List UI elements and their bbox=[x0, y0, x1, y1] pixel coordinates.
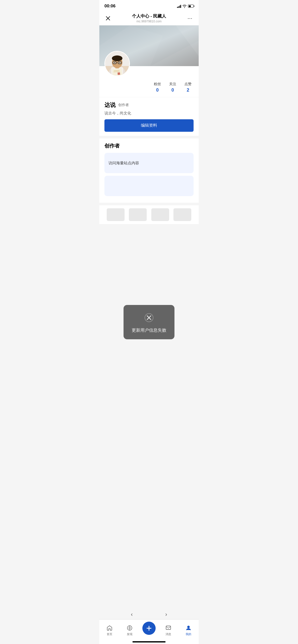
thumb-item-3 bbox=[151, 208, 169, 221]
close-button[interactable] bbox=[103, 14, 113, 23]
fans-label: 粉丝 bbox=[154, 82, 161, 86]
avatar bbox=[104, 51, 130, 76]
edit-profile-button[interactable]: 编辑资料 bbox=[104, 119, 194, 132]
fans-value: 0 bbox=[154, 87, 161, 93]
bottom-spacer bbox=[99, 224, 199, 270]
status-time: 00:06 bbox=[104, 4, 115, 9]
likes-value: 2 bbox=[184, 87, 192, 93]
thumb-item-2 bbox=[129, 208, 147, 221]
svg-point-12 bbox=[112, 55, 122, 61]
signal-icon bbox=[177, 5, 181, 8]
avatar-wrapper bbox=[104, 51, 130, 76]
profile-name: 达说 bbox=[104, 101, 116, 109]
stats-row: 粉丝 0 关注 0 点赞 2 bbox=[104, 79, 194, 93]
battery-icon bbox=[188, 5, 194, 8]
svg-point-18 bbox=[114, 62, 115, 63]
svg-point-19 bbox=[119, 62, 120, 63]
profile-bio: 说古今，尚文化 bbox=[104, 111, 194, 116]
follow-stat: 关注 0 bbox=[169, 82, 176, 93]
follow-label: 关注 bbox=[169, 82, 176, 86]
svg-rect-23 bbox=[117, 72, 120, 75]
status-bar: 00:06 bbox=[99, 0, 199, 11]
profile-name-row: 达说 创作者 bbox=[104, 101, 194, 109]
thumb-item-4 bbox=[173, 208, 191, 221]
likes-stat: 点赞 2 bbox=[184, 82, 192, 93]
creator-title: 创作者 bbox=[104, 142, 194, 149]
nav-title: 个人中心 - 民藏人 bbox=[132, 13, 166, 19]
likes-label: 点赞 bbox=[184, 82, 192, 86]
creator-section: 创作者 访问海量站点内容 bbox=[99, 138, 199, 203]
creator-card: 访问海量站点内容 bbox=[104, 153, 194, 173]
status-icons bbox=[177, 5, 194, 8]
profile-info: 达说 创作者 说古今，尚文化 编辑资料 bbox=[99, 97, 199, 136]
fans-stat: 粉丝 0 bbox=[154, 82, 161, 93]
creator-card-2 bbox=[104, 176, 194, 196]
more-button[interactable]: ··· bbox=[185, 14, 195, 23]
thumb-item-1 bbox=[107, 208, 125, 221]
follow-value: 0 bbox=[169, 87, 176, 93]
wifi-icon bbox=[182, 5, 187, 8]
thumb-row bbox=[99, 205, 199, 224]
profile-tag: 创作者 bbox=[118, 103, 129, 107]
nav-subtitle: mc.96979810.com bbox=[132, 20, 166, 23]
profile-content: 粉丝 0 关注 0 点赞 2 bbox=[99, 66, 199, 97]
nav-bar: 个人中心 - 民藏人 mc.96979810.com ··· bbox=[99, 11, 199, 25]
creator-card-text: 访问海量站点内容 bbox=[109, 161, 139, 166]
nav-title-group: 个人中心 - 民藏人 mc.96979810.com bbox=[132, 13, 166, 23]
